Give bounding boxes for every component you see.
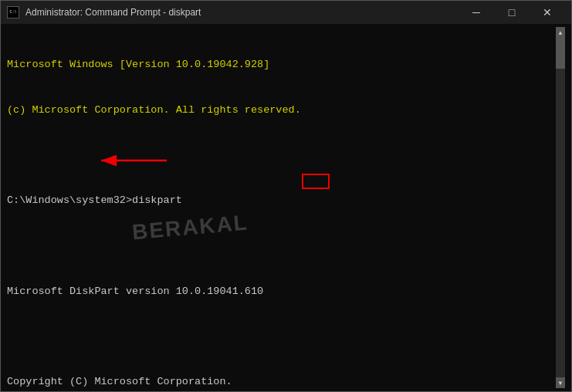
console-output: Microsoft Windows [Version 10.0.19042.92… [7, 27, 556, 388]
minimize-button[interactable]: ─ [459, 1, 494, 24]
scroll-down-button[interactable]: ▼ [556, 377, 565, 388]
scroll-track[interactable] [556, 38, 565, 377]
console-area[interactable]: Microsoft Windows [Version 10.0.19042.92… [1, 24, 571, 391]
console-line-5 [7, 238, 556, 254]
title-bar-controls: ─ □ ✕ [459, 1, 565, 24]
cmd-window: Administrator: Command Prompt - diskpart… [0, 0, 572, 392]
console-line-4: C:\Windows\system32>diskpart [7, 193, 556, 208]
maximize-button[interactable]: □ [494, 1, 530, 24]
console-line-3 [7, 148, 556, 164]
scroll-up-button[interactable]: ▲ [556, 27, 565, 38]
close-button[interactable]: ✕ [530, 1, 565, 24]
console-line-8: Copyright (C) Microsoft Corporation. [7, 374, 556, 390]
cmd-icon [7, 6, 19, 19]
title-bar: Administrator: Command Prompt - diskpart… [1, 1, 571, 24]
window-title: Administrator: Command Prompt - diskpart [25, 7, 201, 18]
console-line-7 [7, 329, 556, 344]
console-line-1: Microsoft Windows [Version 10.0.19042.92… [7, 57, 556, 73]
scroll-thumb[interactable] [556, 38, 565, 69]
console-line-2: (c) Microsoft Corporation. All rights re… [7, 103, 556, 118]
console-line-6: Microsoft DiskPart version 10.0.19041.61… [7, 284, 556, 299]
scrollbar[interactable]: ▲ ▼ [556, 27, 565, 388]
title-bar-left: Administrator: Command Prompt - diskpart [7, 6, 201, 19]
